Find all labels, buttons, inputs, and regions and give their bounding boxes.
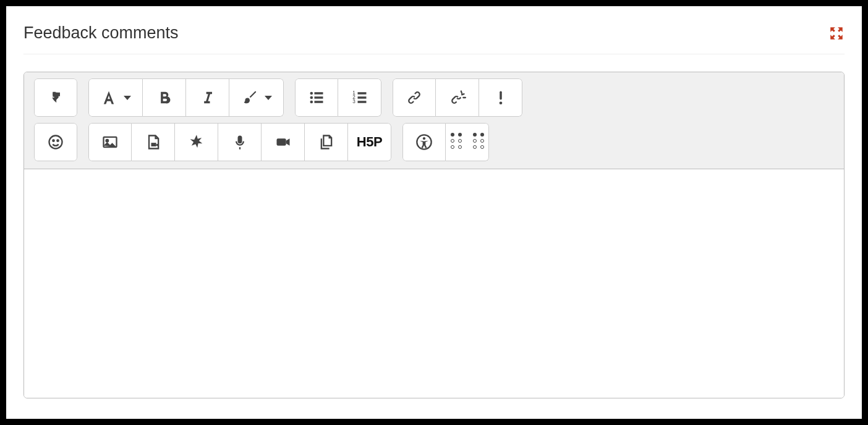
toolbar-row-2: H5P — [34, 123, 834, 161]
bold-button[interactable] — [143, 78, 186, 117]
accessibility-button[interactable] — [402, 123, 446, 161]
screenreader-button[interactable] — [446, 123, 489, 161]
record-audio-button[interactable] — [218, 123, 262, 161]
feedback-panel: Feedback comments — [6, 6, 862, 419]
svg-point-0 — [310, 92, 313, 95]
important-button[interactable] — [479, 78, 522, 117]
editor-content-area[interactable] — [24, 169, 844, 398]
emoji-button[interactable] — [34, 123, 77, 161]
svg-rect-21 — [276, 138, 286, 146]
chevron-down-icon — [124, 96, 131, 100]
svg-text:3: 3 — [352, 99, 355, 104]
media-file-button[interactable] — [132, 123, 175, 161]
bold-icon — [156, 89, 173, 106]
svg-rect-10 — [357, 96, 366, 99]
grid-dots-icon — [451, 133, 484, 151]
paragraph-styles-button[interactable] — [88, 78, 143, 117]
h5p-button[interactable]: H5P — [348, 123, 391, 161]
toolbar-group-links — [393, 78, 522, 117]
unordered-list-button[interactable] — [295, 78, 338, 117]
ordered-list-button[interactable]: 1 2 3 — [338, 78, 381, 117]
svg-rect-9 — [357, 92, 366, 95]
svg-rect-19 — [151, 143, 156, 146]
svg-rect-3 — [315, 96, 323, 99]
brush-icon — [241, 89, 258, 106]
h5p-icon: H5P — [357, 134, 382, 150]
bullet-list-icon — [308, 89, 325, 106]
exclamation-icon — [492, 89, 509, 106]
svg-rect-1 — [315, 92, 323, 95]
numbered-list-icon: 1 2 3 — [351, 89, 368, 106]
svg-rect-12 — [500, 91, 502, 100]
toolbar-group-lists: 1 2 3 — [295, 78, 381, 117]
manage-files-button[interactable] — [175, 123, 218, 161]
svg-point-2 — [310, 96, 313, 99]
microphone-icon — [231, 133, 249, 151]
toolbar-group-format — [88, 78, 284, 117]
editor-toolbar: 1 2 3 — [24, 72, 844, 169]
files-button[interactable] — [305, 123, 348, 161]
expand-icon — [828, 25, 845, 41]
svg-point-14 — [49, 136, 62, 149]
smiley-icon — [47, 133, 64, 151]
link-button[interactable] — [393, 78, 436, 117]
svg-point-15 — [53, 140, 54, 141]
italic-icon — [199, 89, 216, 106]
accessibility-icon — [415, 133, 433, 151]
svg-rect-11 — [357, 101, 366, 103]
rich-text-editor: 1 2 3 — [23, 72, 845, 398]
toolbar-row-1: 1 2 3 — [34, 78, 834, 117]
video-camera-icon — [274, 133, 292, 151]
toolbar-group-toggle — [34, 78, 77, 117]
chevron-down-icon — [265, 96, 272, 100]
image-button[interactable] — [88, 123, 132, 161]
image-icon — [101, 133, 119, 151]
link-icon — [406, 89, 423, 106]
unlink-button[interactable] — [436, 78, 479, 117]
toggle-toolbar-button[interactable] — [34, 78, 77, 117]
toolbar-group-emoji — [34, 123, 77, 161]
header: Feedback comments — [23, 23, 845, 54]
italic-button[interactable] — [186, 78, 229, 117]
unlink-icon — [449, 89, 466, 106]
file-video-icon — [145, 133, 162, 151]
svg-point-16 — [57, 140, 58, 141]
svg-rect-5 — [315, 101, 323, 103]
text-color-button[interactable] — [229, 78, 284, 117]
toggle-toolbar-icon — [47, 89, 64, 106]
font-icon — [100, 89, 117, 106]
svg-point-18 — [106, 140, 109, 142]
toolbar-group-a11y — [402, 123, 489, 161]
svg-point-4 — [310, 101, 313, 104]
toolbar-group-media: H5P — [88, 123, 391, 161]
record-video-button[interactable] — [262, 123, 305, 161]
expand-button[interactable] — [828, 25, 845, 41]
svg-point-13 — [499, 101, 502, 104]
asterisk-icon — [188, 133, 205, 151]
panel-title: Feedback comments — [23, 23, 179, 43]
copy-files-icon — [318, 133, 335, 151]
svg-point-23 — [423, 137, 425, 140]
svg-rect-20 — [237, 136, 242, 144]
